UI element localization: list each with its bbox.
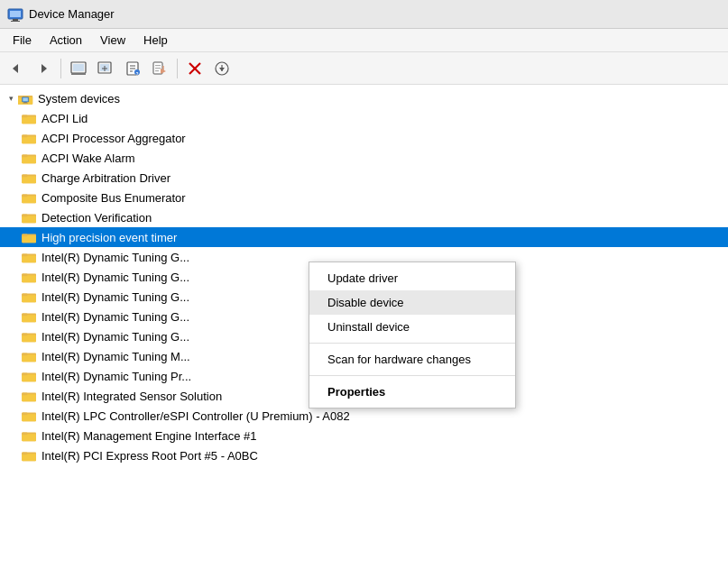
folder-icon [22,210,38,225]
context-menu: Update driverDisable deviceUninstall dev… [309,262,516,408]
context-menu-separator [309,375,515,376]
svg-rect-74 [22,354,36,362]
help-button[interactable]: ? [120,56,145,81]
svg-rect-72 [22,334,27,336]
folder-icon [22,369,38,383]
scan-button[interactable] [93,56,118,81]
context-menu-item-4[interactable]: Properties [309,380,515,404]
svg-rect-63 [22,274,27,277]
svg-text:?: ? [136,70,139,76]
svg-rect-44 [22,156,36,163]
menu-action[interactable]: Action [41,32,91,49]
svg-rect-21 [155,68,161,69]
svg-rect-42 [22,135,27,138]
tree-item-label: Intel(R) Dynamic Tuning G... [41,290,189,304]
svg-rect-77 [22,374,36,381]
svg-rect-45 [22,155,27,158]
root-label: System devices [38,92,120,106]
folder-icon [22,389,38,403]
svg-rect-20 [155,65,161,66]
svg-rect-80 [22,394,36,401]
tree-item-label: Intel(R) Dynamic Tuning G... [41,251,189,264]
menu-view[interactable]: View [91,32,134,49]
tree-item[interactable]: Detection Verification [0,207,728,227]
tree-root[interactable]: ▾ System devices [0,88,728,108]
delete-button[interactable] [182,56,207,81]
tree-item[interactable]: High precision event timer [0,227,728,247]
main-content: ▾ System devices ACPI Lid ACPI Proc [0,85,728,569]
app-icon [7,6,23,23]
tree-item-label: ACPI Wake Alarm [41,151,135,165]
folder-icon [22,329,38,344]
folder-icon [22,289,38,304]
svg-rect-57 [22,234,27,237]
context-menu-item-0[interactable]: Update driver [309,266,515,290]
toolbar-separator-1 [60,59,61,78]
svg-rect-81 [22,393,27,396]
tree-item-label: Intel(R) Dynamic Tuning G... [41,330,189,344]
tree-item[interactable]: Intel(R) Management Engine Interface #1 [0,426,728,445]
tree-item-label: Intel(R) LPC Controller/eSPI Controller … [41,409,350,423]
svg-rect-51 [22,195,27,197]
properties-button[interactable] [66,56,91,81]
tree-item-label: ACPI Lid [41,112,88,125]
root-expand-icon: ▾ [4,91,18,106]
svg-rect-60 [22,254,27,257]
toolbar-separator-2 [177,59,178,78]
tree-item-label: Intel(R) Management Engine Interface #1 [41,429,256,443]
svg-rect-2 [13,19,18,21]
folder-icon [22,170,38,185]
svg-rect-69 [22,314,27,317]
menu-help[interactable]: Help [134,32,177,49]
svg-rect-90 [22,453,27,455]
context-menu-item-1[interactable]: Disable device [309,290,515,315]
svg-rect-59 [22,255,36,262]
svg-marker-5 [41,64,47,73]
folder-icon [22,190,38,205]
context-menu-separator [309,343,515,344]
svg-rect-66 [22,294,27,297]
svg-rect-50 [22,196,36,203]
svg-rect-1 [10,11,21,17]
tree-item[interactable]: Composite Bus Enumerator [0,188,728,207]
tree-item[interactable]: Intel(R) LPC Controller/eSPI Controller … [0,406,728,426]
driver-button[interactable] [147,56,172,81]
svg-rect-22 [155,70,159,71]
svg-rect-78 [22,373,27,376]
svg-rect-41 [22,136,36,143]
folder-icon [22,309,38,324]
svg-rect-84 [22,413,27,416]
tree-item[interactable]: ACPI Wake Alarm [0,148,728,168]
title-bar: Device Manager [0,0,728,29]
toolbar: ? [0,52,728,85]
folder-icon [22,131,38,145]
menu-bar: File Action View Help [0,29,728,52]
system-folder-icon [18,91,34,106]
download-button[interactable] [209,56,235,81]
svg-rect-8 [71,73,86,75]
svg-rect-75 [22,353,27,356]
svg-marker-4 [13,64,18,73]
tree-item[interactable]: Intel(R) PCI Express Root Port #5 - A0BC [0,445,728,465]
svg-rect-89 [22,454,36,461]
tree-item[interactable]: Charge Arbitration Driver [0,168,728,188]
context-menu-item-3[interactable]: Scan for hardware changes [309,347,515,372]
svg-rect-7 [73,64,84,71]
tree-item-label: Intel(R) Dynamic Tuning M... [41,350,190,363]
tree-item-label: Intel(R) Dynamic Tuning G... [41,310,189,324]
tree-item-label: Intel(R) Dynamic Tuning G... [41,271,189,284]
tree-item-label: Intel(R) PCI Express Root Port #5 - A0BC [41,449,258,463]
svg-rect-68 [22,315,36,322]
back-button[interactable] [4,56,29,81]
svg-rect-54 [22,215,27,217]
svg-rect-65 [22,295,36,302]
tree-item-label: Intel(R) Integrated Sensor Solution [41,390,222,403]
tree-item-label: High precision event timer [41,231,177,244]
context-menu-item-2[interactable]: Uninstall device [309,315,515,339]
forward-button[interactable] [31,56,56,81]
tree-item[interactable]: ACPI Lid [0,108,728,128]
folder-icon [22,408,38,423]
svg-rect-38 [22,116,36,124]
menu-file[interactable]: File [4,32,41,49]
tree-item[interactable]: ACPI Processor Aggregator [0,128,728,148]
